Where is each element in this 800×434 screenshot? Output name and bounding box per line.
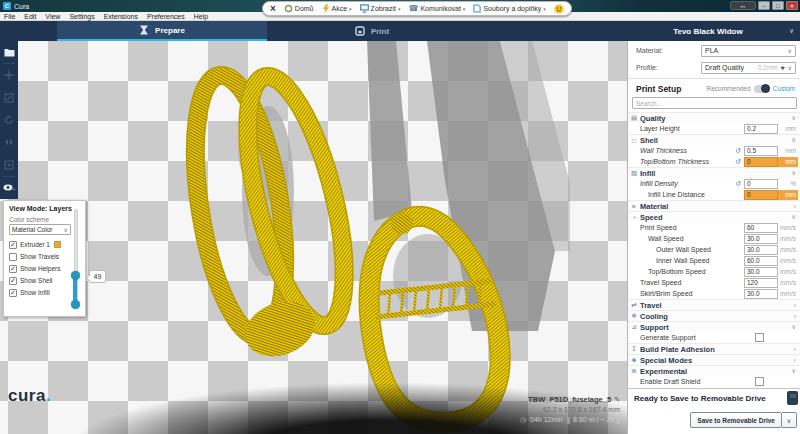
infill-line-distance-field[interactable]: 0 xyxy=(744,190,778,200)
filament-icon: ||| xyxy=(567,416,569,423)
setting-label: Wall Thickness xyxy=(640,147,735,154)
section-label: Quality xyxy=(640,114,791,123)
skirt-brim-speed-field[interactable]: 30.0 xyxy=(744,289,778,299)
open-file-button[interactable] xyxy=(0,41,18,63)
setting-row-print-speed: Print Speed60mm/s xyxy=(628,222,800,233)
chevron-open-icon: ∨ xyxy=(791,213,796,221)
tool-sidebar xyxy=(0,41,18,199)
reset-icon[interactable]: ↺ xyxy=(735,180,744,188)
section-infill[interactable]: ▨Infill∨ xyxy=(628,167,800,178)
viewport-3d[interactable]: cura. TBW_P51D_fuselage_5✎ 62.2 x 170.8 … xyxy=(0,41,627,434)
view-mode-button[interactable] xyxy=(0,177,18,199)
menu-edit[interactable]: Edit xyxy=(24,12,36,21)
checkbox[interactable] xyxy=(9,253,17,261)
chevron-open-icon: ∨ xyxy=(791,323,796,331)
section-build-plate-adhesion[interactable]: ↧Build Plate Adhesion‹ xyxy=(628,343,800,354)
section-shell[interactable]: □Shell∨ xyxy=(628,134,800,145)
top-bottom-thickness-field[interactable]: 0 xyxy=(744,157,778,167)
infill-density-field[interactable]: 0 xyxy=(744,179,778,189)
profile-select[interactable]: Draft Quality 0.2mm ★ ∨ xyxy=(701,62,796,74)
section-label: Infill xyxy=(640,169,791,178)
toolbar-pin-button[interactable]: ↔ xyxy=(730,1,756,10)
setup-mode-toggle[interactable] xyxy=(754,85,770,93)
section-material[interactable]: ≡Material‹ xyxy=(628,200,800,211)
reset-icon[interactable]: ↺ xyxy=(735,158,744,166)
search-input[interactable] xyxy=(632,97,797,109)
setting-row-travel-speed: Travel Speed120mm/s xyxy=(628,277,800,288)
scale-tool[interactable] xyxy=(0,87,18,109)
rename-pencil-icon[interactable]: ✎ xyxy=(614,396,620,403)
remote-actions-button[interactable]: Akce ▾ xyxy=(322,4,352,13)
print-setup-title: Print Setup xyxy=(636,84,707,94)
checkbox[interactable]: ✓ xyxy=(9,277,17,285)
section-experimental[interactable]: ⊚Experimental∨ xyxy=(628,365,800,376)
setting-label: Travel Speed xyxy=(640,279,744,286)
minimize-button[interactable]: – xyxy=(758,1,770,10)
outer-wall-speed-field[interactable]: 30.0 xyxy=(744,245,778,255)
remote-home-button[interactable]: Domů xyxy=(284,4,314,13)
menu-settings[interactable]: Settings xyxy=(69,12,94,21)
color-scheme-select[interactable]: Material Color ∨ xyxy=(9,224,71,235)
layer-slider-handle-bottom[interactable] xyxy=(71,300,80,309)
smiley-icon[interactable] xyxy=(554,4,564,14)
menu-help[interactable]: Help xyxy=(194,12,208,21)
menu-file[interactable]: File xyxy=(4,12,15,21)
inner-wall-speed-field[interactable]: 60.0 xyxy=(744,256,778,266)
job-info: TBW_P51D_fuselage_5✎ 62.2 x 170.8 x 167.… xyxy=(380,392,620,425)
section-travel[interactable]: ⇄Travel‹ xyxy=(628,299,800,310)
menu-view[interactable]: View xyxy=(45,12,60,21)
machine-selector[interactable]: Tevo Black Widow ∨ xyxy=(627,21,800,41)
section-cooling[interactable]: ❄Cooling‹ xyxy=(628,310,800,321)
mirror-tool[interactable] xyxy=(0,131,18,153)
value-wrap: 120mm/s xyxy=(744,278,798,288)
build-plate-adhesion-icon: ↧ xyxy=(628,345,640,353)
material-select[interactable]: PLA ∨ xyxy=(701,45,796,57)
custom-label[interactable]: Custom xyxy=(773,85,795,92)
layer-slider-handle-top[interactable] xyxy=(71,271,80,280)
maximize-button[interactable]: □ xyxy=(772,1,784,10)
rotate-tool[interactable] xyxy=(0,109,18,131)
checkbox[interactable]: ✓ xyxy=(9,265,17,273)
chevron-down-icon: ∨ xyxy=(789,27,794,35)
wall-speed-field[interactable]: 30.0 xyxy=(744,234,778,244)
section-quality[interactable]: ▤Quality∨ xyxy=(628,112,800,123)
tab-print[interactable]: Print xyxy=(267,21,477,41)
value-wrap: 0% xyxy=(744,179,798,189)
reset-icon[interactable]: ↺ xyxy=(735,147,744,155)
move-tool[interactable] xyxy=(0,64,18,86)
chevron-collapsed-icon: ‹ xyxy=(794,346,796,353)
travel-icon: ⇄ xyxy=(628,301,640,309)
section-speed[interactable]: ◔Speed∨ xyxy=(628,211,800,222)
special-modes-icon: ◈ xyxy=(628,356,640,364)
chevron-open-icon: ∨ xyxy=(791,367,796,375)
remote-view-button[interactable]: Zobrazit ▾ xyxy=(360,4,401,13)
travel-speed-field[interactable]: 120 xyxy=(744,278,778,288)
remote-communicate-button[interactable]: ☎ Komunikovat ▾ xyxy=(408,4,465,13)
save-to-removable-drive-button[interactable]: Save to Removable Drive xyxy=(690,412,782,428)
checkbox[interactable]: ✓ xyxy=(9,241,17,249)
checkbox[interactable]: ✓ xyxy=(9,289,17,297)
setting-row-infill-density: Infill Density↺0% xyxy=(628,178,800,189)
layer-height-field[interactable]: 0.2 xyxy=(744,124,778,134)
tab-prepare[interactable]: Prepare xyxy=(57,21,267,41)
generate-support-checkbox[interactable] xyxy=(755,333,764,342)
remote-close-icon[interactable]: × xyxy=(270,4,276,14)
enable-draft-shield-checkbox[interactable] xyxy=(755,377,764,386)
chevron-down-icon: ∨ xyxy=(788,64,792,71)
star-icon[interactable]: ★ xyxy=(780,64,786,72)
save-options-chevron[interactable]: ∨ xyxy=(782,412,797,428)
unit-label: mm xyxy=(778,125,798,132)
per-model-settings-tool[interactable] xyxy=(0,153,18,175)
print-speed-field[interactable]: 60 xyxy=(744,223,778,233)
profile-label: Profile: xyxy=(636,64,701,71)
recommended-label[interactable]: Recommended xyxy=(707,85,751,92)
section-special-modes[interactable]: ◈Special Modes‹ xyxy=(628,354,800,365)
sliced-model-scene[interactable] xyxy=(150,41,570,434)
top-bottom-speed-field[interactable]: 30.0 xyxy=(744,267,778,277)
remote-files-button[interactable]: Soubory a doplňky ▾ xyxy=(473,4,546,13)
menu-extensions[interactable]: Extensions xyxy=(104,12,138,21)
menu-preferences[interactable]: Preferences xyxy=(147,12,185,21)
section-support[interactable]: ⊿Support∨ xyxy=(628,321,800,332)
close-button[interactable]: × xyxy=(786,1,798,10)
wall-thickness-field[interactable]: 0.5 xyxy=(744,146,778,156)
